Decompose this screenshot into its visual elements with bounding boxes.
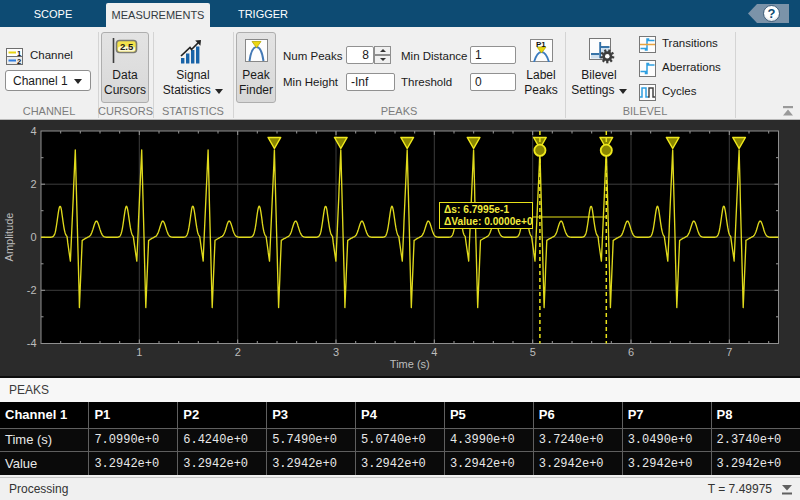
svg-text:4: 4 (431, 346, 437, 358)
svg-text:7: 7 (726, 346, 732, 358)
svg-text:1: 1 (136, 346, 142, 358)
svg-text:-4: -4 (27, 337, 37, 349)
svg-text:2.5: 2.5 (120, 41, 134, 52)
svg-text:2: 2 (30, 178, 36, 190)
svg-text:P1: P1 (536, 40, 546, 49)
svg-text:6: 6 (628, 346, 634, 358)
svg-text:4: 4 (30, 125, 36, 137)
svg-text:Δs: 6.7995e-1: Δs: 6.7995e-1 (444, 204, 509, 215)
svg-text:-2: -2 (27, 284, 37, 296)
svg-text:0: 0 (30, 231, 36, 243)
svg-text:ΔValue: 0.0000e+0: ΔValue: 0.0000e+0 (444, 216, 533, 227)
svg-text:Amplitude: Amplitude (3, 213, 15, 262)
svg-text:2: 2 (17, 57, 21, 66)
svg-text:3: 3 (333, 346, 339, 358)
svg-text:5: 5 (530, 346, 536, 358)
svg-text:Time (s): Time (s) (390, 358, 430, 370)
svg-text:2: 2 (235, 346, 241, 358)
